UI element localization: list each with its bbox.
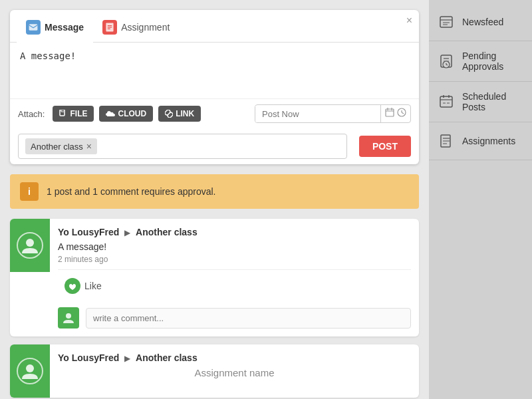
assignments-icon (437, 132, 456, 150)
comment-input-1[interactable] (86, 308, 411, 329)
class-selector: Another class × POST (10, 128, 419, 164)
cloud-button[interactable]: CLOUD (99, 106, 153, 122)
main-content: Message Assignment × A message! Attach: (0, 0, 429, 399)
pending-icon (437, 52, 456, 70)
assignment-tab-icon (102, 20, 117, 35)
sidebar-newsfeed-label: Newsfeed (462, 17, 503, 27)
close-button[interactable]: × (406, 15, 412, 26)
class-tag: Another class × (25, 138, 97, 154)
post-arrow-1: ▶ (124, 228, 130, 237)
svg-point-14 (66, 313, 71, 319)
post-header-2: Yo LousyFred ▶ Another class (58, 352, 411, 363)
info-icon: i (20, 182, 39, 201)
post-title-2: Assignment name (58, 367, 411, 378)
link-btn-label: LINK (176, 109, 194, 118)
svg-point-15 (26, 364, 34, 372)
newsfeed-icon (437, 13, 456, 31)
like-label-1: Like (84, 281, 102, 291)
sidebar: Newsfeed Pending Approvals (429, 0, 532, 399)
post-now-icons (380, 105, 410, 122)
tab-assignment-label: Assignment (121, 22, 170, 33)
svg-rect-16 (440, 17, 452, 27)
post-button[interactable]: POST (359, 136, 411, 157)
sidebar-item-scheduled[interactable]: Scheduled Posts (429, 82, 532, 122)
like-button-1[interactable]: Like (58, 275, 411, 297)
attach-label: Attach: (18, 109, 45, 119)
compose-box: Message Assignment × A message! Attach: (10, 10, 419, 164)
post-card-2: Yo LousyFred ▶ Another class Assignment … (10, 344, 419, 398)
post-now-input[interactable] (255, 106, 380, 122)
clock-icon (397, 108, 406, 120)
post-now-container (255, 104, 411, 123)
file-button[interactable]: FILE (53, 106, 94, 122)
svg-point-13 (26, 239, 34, 247)
sidebar-item-newsfeed[interactable]: Newsfeed (429, 3, 532, 41)
sidebar-pending-label: Pending Approvals (462, 51, 524, 72)
tab-message-label: Message (45, 22, 84, 33)
scheduled-icon (437, 92, 456, 111)
cloud-btn-label: CLOUD (118, 109, 146, 118)
avatar-icon-1 (17, 232, 43, 259)
approval-banner: i 1 post and 1 comment requires approval… (10, 174, 419, 209)
svg-line-12 (402, 112, 404, 114)
class-input-container[interactable]: Another class × (18, 134, 347, 159)
tab-message[interactable]: Message (17, 13, 93, 43)
message-tab-icon (26, 20, 41, 35)
sidebar-scheduled-label: Scheduled Posts (462, 91, 524, 112)
comment-area-1 (58, 302, 411, 336)
calendar-icon (385, 108, 394, 120)
compose-tabs: Message Assignment × (10, 10, 419, 43)
file-btn-label: FILE (70, 109, 87, 118)
sidebar-assignments-label: Assignments (462, 136, 515, 146)
approval-text: 1 post and 1 comment requires approval. (47, 186, 215, 197)
avatar-2 (10, 344, 50, 398)
link-button[interactable]: LINK (158, 106, 201, 122)
compose-textarea[interactable]: A message! (10, 43, 419, 96)
comment-avatar-1 (58, 307, 79, 329)
post-content-1: Yo LousyFred ▶ Another class A message! … (58, 219, 419, 336)
class-tag-label: Another class (31, 142, 83, 152)
post-header-1: Yo LousyFred ▶ Another class (58, 227, 411, 237)
post-author-2: Yo LousyFred (58, 352, 119, 363)
sidebar-item-pending[interactable]: Pending Approvals (429, 41, 532, 82)
post-card-1: Yo LousyFred ▶ Another class A message! … (10, 219, 419, 336)
post-message-1: A message! (58, 241, 411, 252)
post-content-2: Yo LousyFred ▶ Another class Assignment … (58, 344, 419, 398)
avatar-1 (10, 219, 50, 272)
svg-rect-27 (440, 96, 452, 107)
post-time-1: 2 minutes ago (58, 255, 411, 264)
svg-rect-6 (386, 109, 394, 116)
post-class-1: Another class (136, 227, 198, 237)
post-arrow-2: ▶ (124, 354, 130, 363)
post-class-2: Another class (136, 352, 198, 363)
like-icon-1 (65, 278, 80, 294)
compose-toolbar: Attach: FILE CLOUD LINK (10, 98, 419, 128)
svg-rect-5 (60, 110, 65, 116)
sidebar-item-assignments[interactable]: Assignments (429, 122, 532, 160)
svg-rect-0 (29, 24, 38, 31)
tab-assignment[interactable]: Assignment (93, 13, 179, 43)
class-tag-close[interactable]: × (86, 141, 92, 152)
post-actions-1: Like (58, 269, 411, 302)
avatar-icon-2 (17, 358, 43, 384)
post-author-1: Yo LousyFred (58, 227, 119, 237)
